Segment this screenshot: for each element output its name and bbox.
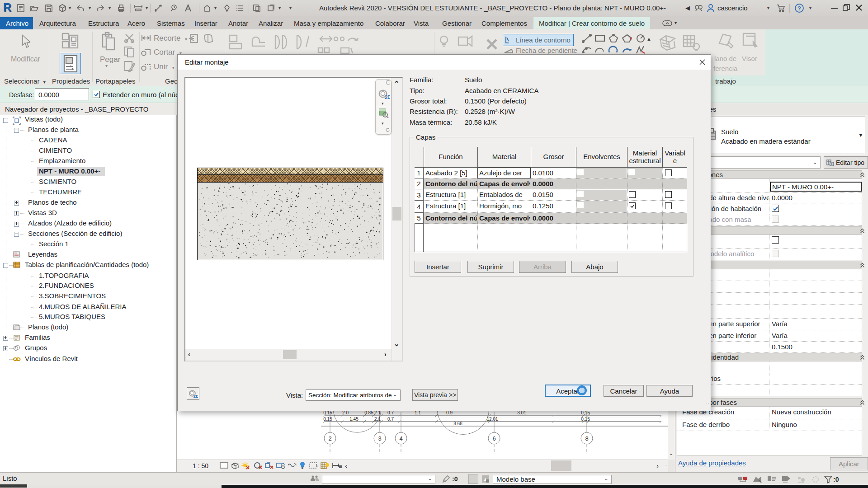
svg-text:0.7: 0.7 [387, 417, 394, 422]
svg-text:12.01: 12.01 [486, 417, 498, 422]
svg-text:0.15: 0.15 [581, 417, 590, 422]
svg-text:8.68: 8.68 [453, 421, 462, 426]
svg-text:2: 2 [328, 435, 331, 442]
svg-text:6: 6 [492, 435, 495, 442]
svg-text:1.45: 1.45 [349, 417, 359, 422]
svg-text:3: 3 [378, 435, 381, 442]
svg-text:4: 4 [399, 435, 402, 442]
svg-text:2.1: 2.1 [374, 417, 381, 422]
svg-text:0.15: 0.15 [323, 417, 332, 422]
svg-text:2D: 2D [193, 394, 198, 399]
svg-text:2D: 2D [385, 94, 390, 100]
svg-text:8: 8 [585, 435, 588, 442]
svg-text:?: ? [797, 5, 801, 12]
